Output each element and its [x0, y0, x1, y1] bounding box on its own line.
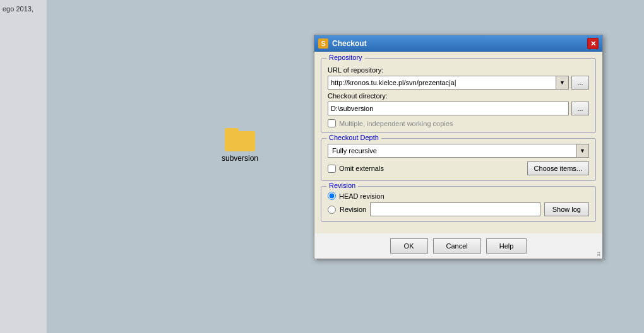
- desktop: ego 2013, subversion S Checkout ✕ Reposi…: [0, 0, 644, 333]
- revision-number-row: Revision Show log: [328, 202, 589, 216]
- depth-value: Fully recursive: [328, 144, 576, 157]
- url-input-row: http://kronos.tu.kielce.pl/svn/prezentac…: [328, 76, 589, 90]
- svn-icon: S: [318, 38, 328, 49]
- repository-section-label: Repository: [326, 54, 365, 61]
- revision-section: Revision HEAD revision Revision Show log: [321, 186, 596, 222]
- depth-dropdown-row: Fully recursive ▼: [328, 144, 589, 158]
- choose-items-button[interactable]: Choose items...: [527, 161, 589, 175]
- title-bar: S Checkout ✕: [314, 35, 602, 52]
- dialog-title: Checkout: [332, 39, 367, 48]
- title-bar-left: S Checkout: [318, 38, 367, 49]
- folder-icon: [225, 126, 255, 151]
- ok-button[interactable]: OK: [390, 238, 428, 254]
- depth-dropdown[interactable]: Fully recursive ▼: [328, 144, 589, 158]
- url-label: URL of repository:: [328, 66, 589, 74]
- checkout-dir-browse-button[interactable]: ...: [571, 102, 589, 115]
- url-dropdown[interactable]: http://kronos.tu.kielce.pl/svn/prezentac…: [328, 76, 569, 90]
- help-button[interactable]: Help: [486, 238, 527, 254]
- dialog-buttons: OK Cancel Help: [314, 233, 602, 259]
- url-browse-button[interactable]: ...: [571, 76, 589, 90]
- omit-externals-checkbox[interactable]: [328, 165, 336, 173]
- head-revision-row: HEAD revision: [328, 192, 589, 200]
- omit-row: Omit externals Choose items...: [328, 161, 589, 175]
- url-value: http://kronos.tu.kielce.pl/svn/prezentac…: [328, 76, 556, 89]
- checkout-dir-input[interactable]: [328, 102, 569, 115]
- cancel-button[interactable]: Cancel: [433, 238, 481, 254]
- omit-externals-label: Omit externals: [339, 165, 384, 172]
- dialog-content: Repository URL of repository: http://kro…: [314, 52, 602, 233]
- multiple-copies-checkbox[interactable]: [328, 119, 336, 127]
- close-button[interactable]: ✕: [587, 38, 599, 49]
- checkout-dialog: S Checkout ✕ Repository URL of repositor…: [314, 35, 603, 259]
- url-dropdown-arrow[interactable]: ▼: [556, 76, 568, 89]
- left-panel-text: ego 2013,: [0, 0, 47, 18]
- checkout-depth-label: Checkout Depth: [326, 134, 381, 141]
- revision-radio[interactable]: [328, 206, 336, 214]
- checkout-dir-row: ...: [328, 102, 589, 115]
- show-log-button[interactable]: Show log: [544, 202, 589, 216]
- folder-label: subversion: [222, 154, 258, 163]
- multiple-copies-label: Multiple, independent working copies: [339, 120, 453, 127]
- revision-label: Revision: [340, 206, 366, 213]
- head-revision-label: HEAD revision: [339, 192, 385, 200]
- omit-left: Omit externals: [328, 165, 384, 173]
- depth-dropdown-arrow[interactable]: ▼: [576, 144, 588, 157]
- folder-item[interactable]: subversion: [215, 126, 265, 163]
- multiple-copies-row: Multiple, independent working copies: [328, 119, 589, 127]
- left-panel: ego 2013,: [0, 0, 47, 333]
- revision-section-label: Revision: [326, 182, 358, 189]
- resize-grip[interactable]: ⠿: [595, 251, 602, 259]
- repository-section: Repository URL of repository: http://kro…: [321, 58, 596, 133]
- checkout-depth-section: Checkout Depth Fully recursive ▼ Omit ex…: [321, 138, 596, 181]
- head-revision-radio[interactable]: [328, 192, 336, 200]
- revision-number-input[interactable]: [370, 202, 540, 216]
- checkout-dir-label: Checkout directory:: [328, 92, 589, 100]
